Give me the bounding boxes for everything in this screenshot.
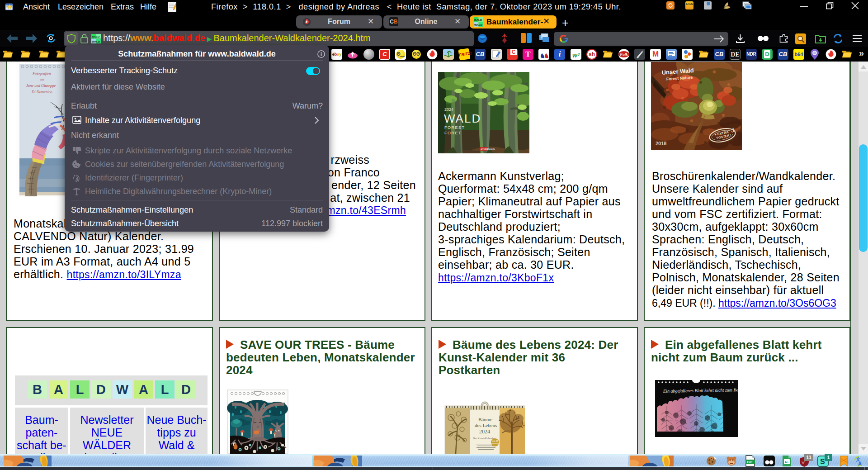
svg-text:ACKERMANN: ACKERMANN [481, 148, 495, 151]
svg-text:Fotografien: Fotografien [32, 71, 51, 76]
svg-text:BALD: BALD [474, 18, 482, 21]
svg-text:BALD: BALD [92, 35, 100, 38]
svg-text:WALD: WALD [92, 40, 100, 43]
svg-text:Der Kunst-Kalender: Der Kunst-Kalender [473, 437, 495, 440]
svg-text:A+: A+ [785, 461, 789, 464]
svg-text:Bäume: Bäume [478, 417, 492, 422]
svg-text:A: A [858, 461, 862, 466]
svg-text:von: von [40, 78, 44, 81]
svg-text:Jane und Giuseppe: Jane und Giuseppe [26, 83, 56, 88]
svg-text:FOREST: FOREST [444, 125, 465, 130]
svg-text:2024: 2024 [444, 107, 453, 112]
svg-text:2024: 2024 [479, 428, 490, 435]
svg-text:WALD: WALD [474, 23, 483, 26]
svg-text:WALD: WALD [444, 112, 481, 125]
svg-text:Di Domenico: Di Domenico [31, 90, 52, 94]
svg-text:des Lebens: des Lebens [475, 423, 497, 428]
svg-text:GIF: GIF [747, 460, 753, 464]
svg-text:Postkarten: Postkarten [491, 442, 500, 445]
svg-text:2018: 2018 [656, 141, 666, 146]
svg-text:FORÊT: FORÊT [444, 131, 462, 135]
